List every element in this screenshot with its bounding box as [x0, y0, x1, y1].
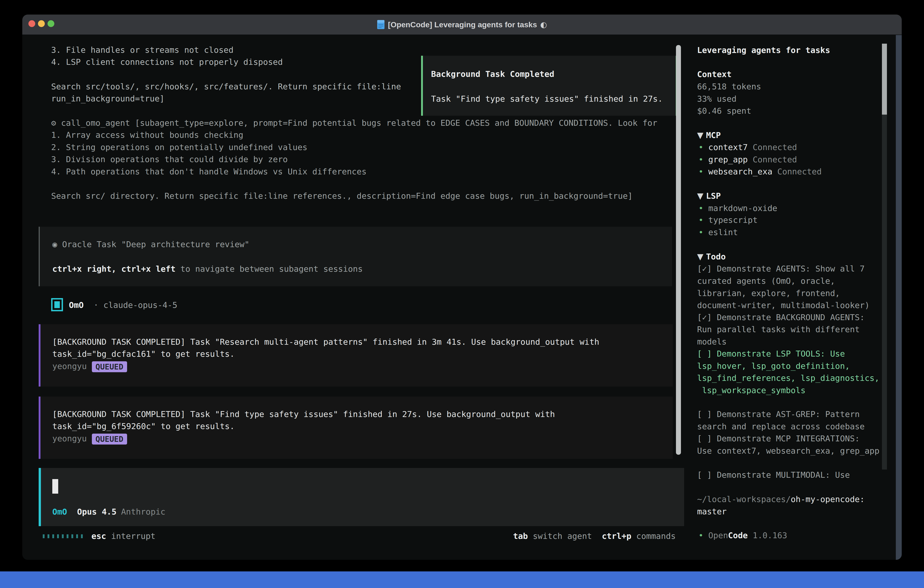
todo-line-pending: [ ] Demonstrate AST-GREP: Pattern	[697, 408, 860, 420]
todo-line-active: [ ] Demonstrate LSP TOOLS: Use	[697, 348, 845, 360]
lsp-name: eslint	[708, 228, 738, 237]
lsp-section-header[interactable]: ▼ LSP	[697, 190, 721, 202]
mcp-item: • websearch_exa Connected	[698, 165, 822, 178]
mcp-name: context7	[708, 142, 747, 152]
statusbar-left: esc interrupt	[91, 530, 155, 542]
task-user: yeongyu	[52, 434, 87, 443]
gear-icon: ⚙	[51, 118, 56, 127]
sidebar-scrollbar-thumb[interactable]	[882, 44, 887, 115]
oracle-task-hint: ctrl+x right, ctrl+x left to navigate be…	[52, 263, 363, 275]
task-result-card: [BACKGROUND TASK COMPLETED] Task "Find t…	[39, 396, 673, 459]
statusbar-right: tab switch agent ctrl+p commands	[513, 530, 676, 542]
task-result-line1: [BACKGROUND TASK COMPLETED] Task "Find t…	[52, 408, 555, 420]
todo-line-done: document-writer, multimodal-looker)	[697, 299, 870, 312]
input-model-name: Opus 4.5	[77, 507, 116, 516]
input-model-row: OmOOpus 4.5Anthropic	[52, 506, 165, 518]
agent-name: OmO	[69, 301, 84, 310]
mcp-status: Connected	[777, 167, 822, 176]
transcript-line: 3. File handles or streams not closed	[51, 44, 234, 56]
mcp-item: • context7 Connected	[698, 141, 797, 154]
tool-call-line: 4. Path operations that don't handle Win…	[51, 165, 366, 178]
todo-line-pending: [ ] Demonstrate MULTIMODAL: Use	[697, 469, 850, 481]
task-result-card: [BACKGROUND TASK COMPLETED] Task "Resear…	[39, 324, 673, 386]
task-result-meta: yeongyuQUEUED	[52, 433, 127, 445]
tool-call-text: call_omo_agent [subagent_type=explore, p…	[61, 118, 657, 127]
todo-line-done: [✓] Demonstrate AGENTS: Show all 7	[697, 263, 865, 275]
lsp-name: typescript	[708, 215, 757, 225]
context-header: Context	[697, 68, 732, 81]
todo-line-active: lsp_hover, lsp_goto_definition,	[697, 360, 850, 372]
status-dot-icon: •	[698, 167, 708, 176]
app-version: • OpenCode 1.0.163	[698, 529, 787, 542]
esc-key-label: interrupt	[111, 531, 155, 541]
todo-line-pending: Use context7, websearch_exa, grep_app	[697, 445, 879, 457]
input-provider-name: Anthropic	[121, 507, 165, 516]
status-dot-icon: •	[698, 531, 708, 540]
todo-line-pending: [ ] Demonstrate MCP INTEGRATIONS:	[697, 433, 860, 445]
lsp-item: • markdown-oxide	[698, 202, 777, 215]
mcp-status: Connected	[752, 142, 797, 152]
todo-section-header[interactable]: ▼ Todo	[697, 251, 726, 263]
minimize-button[interactable]	[38, 20, 45, 27]
mcp-status: Connected	[752, 155, 797, 164]
lsp-item: • eslint	[698, 226, 738, 238]
mcp-section-header[interactable]: ▼ MCP	[697, 129, 721, 141]
context-spent: $0.46 spent	[697, 105, 751, 117]
agent-square-icon	[51, 298, 63, 311]
terminal-content: 3. File handles or streams not closed 4.…	[22, 35, 902, 560]
spinner-dots	[43, 530, 83, 542]
tab-key-hint: tab	[513, 531, 528, 541]
oracle-task-title: ◉ Oracle Task "Deep architecture review"	[52, 238, 249, 251]
status-dot-icon: •	[698, 142, 708, 152]
background-task-notification: Background Task Completed Task "Find typ…	[421, 56, 678, 116]
close-button[interactable]	[28, 20, 35, 27]
workspace-path-dim: ~/local-workspaces/	[697, 495, 791, 504]
task-result-line1: [BACKGROUND TASK COMPLETED] Task "Resear…	[52, 336, 599, 348]
status-dot-icon: •	[698, 203, 708, 213]
chevron-down-icon: ▼	[697, 191, 706, 201]
ctrlp-key-label: commands	[636, 531, 676, 541]
desktop-bottom-bar	[0, 571, 924, 588]
tool-call-line: 3. Division operations that could divide…	[51, 153, 288, 165]
agent-model: · claude-opus-4-5	[94, 301, 177, 310]
input-agent-name: OmO	[52, 507, 67, 516]
status-dot-icon: •	[698, 228, 708, 237]
zoom-button[interactable]	[48, 20, 54, 27]
chevron-down-icon: ▼	[697, 252, 706, 261]
main-scrollbar-thumb[interactable]	[676, 45, 681, 455]
todo-line-pending: search and replace across codebase	[697, 420, 865, 433]
git-branch: master	[697, 505, 727, 518]
transcript-line: Search src/tools/, src/hooks/, src/featu…	[51, 81, 401, 93]
traffic-lights	[28, 20, 54, 27]
notification-body: Task "Find type safety issues" finished …	[431, 93, 663, 105]
todo-line-active: lsp_find_references, lsp_diagnostics,	[697, 372, 879, 384]
session-title: Leveraging agents for tasks	[697, 44, 830, 56]
context-used: 33% used	[697, 93, 736, 105]
window-title-text: [OpenCode] Leveraging agents for tasks	[388, 20, 537, 29]
todo-line-done: models	[697, 335, 727, 348]
todo-line-active: lsp_workspace_symbols	[697, 384, 805, 396]
status-dot-icon: •	[698, 155, 708, 164]
todo-line-done: [✓] Demonstrate BACKGROUND AGENTS:	[697, 311, 865, 324]
tab-key-label: switch agent	[533, 531, 592, 541]
workspace-path-em: oh-my-opencode:	[791, 495, 865, 504]
task-result-line2: task_id="bg_dcfac161" to get results.	[52, 348, 234, 360]
shortcut-hint: to navigate between subagent sessions	[175, 264, 363, 274]
prompt-input[interactable]: OmOOpus 4.5Anthropic	[39, 468, 684, 526]
lsp-name: markdown-oxide	[708, 203, 777, 213]
lsp-item: • typescript	[698, 214, 757, 226]
esc-key-hint: esc	[91, 531, 106, 541]
notification-title: Background Task Completed	[431, 68, 554, 80]
terminal-window: [OpenCode] Leveraging agents for tasks ◐…	[22, 15, 902, 560]
task-user: yeongyu	[52, 362, 87, 371]
tool-call-line: 1. Array access without bounds checking	[51, 129, 243, 141]
ctrlp-key-hint: ctrl+p	[602, 531, 631, 541]
context-tokens: 66,518 tokens	[697, 81, 761, 93]
tool-call-line: ⚙ call_omo_agent [subagent_type=explore,…	[51, 117, 657, 129]
mcp-name: websearch_exa	[708, 167, 772, 176]
titlebar[interactable]: [OpenCode] Leveraging agents for tasks ◐	[22, 15, 902, 35]
task-result-line2: task_id="bg_6f59260c" to get results.	[52, 420, 234, 433]
agent-header: OmO · claude-opus-4-5	[51, 299, 177, 311]
document-icon	[377, 20, 385, 29]
window-scrollbar-strip[interactable]	[896, 35, 902, 560]
